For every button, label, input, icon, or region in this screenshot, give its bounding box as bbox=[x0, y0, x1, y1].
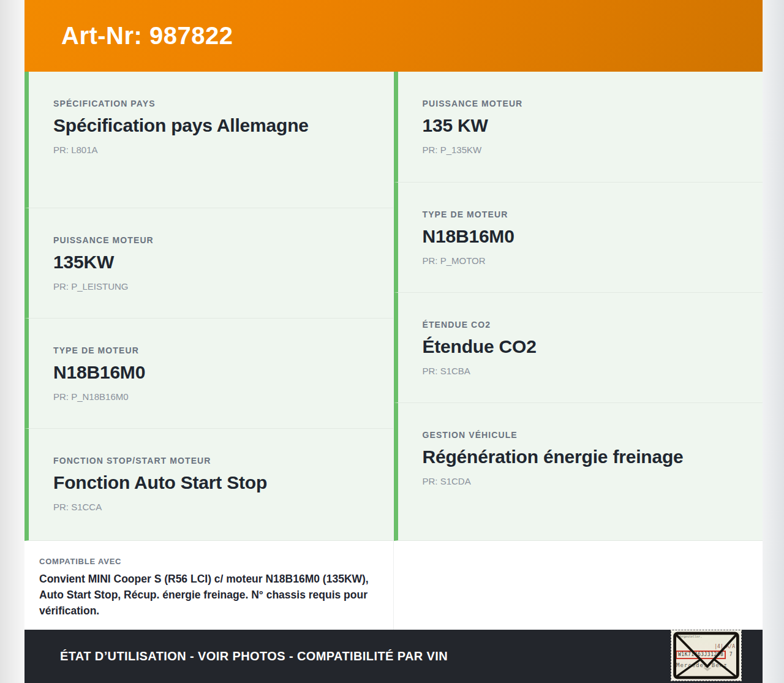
spec-card-value: N18B16M0 bbox=[423, 224, 717, 249]
spec-card-pr: PR: P_135KW bbox=[423, 145, 746, 155]
spec-card-left-2: PUISSANCE MOTEUR135KWPR: P_LEISTUNG bbox=[24, 208, 394, 319]
spec-card-label: FONCTION STOP/START MOTEUR bbox=[53, 456, 375, 466]
spec-card-pr: PR: S1CBA bbox=[423, 366, 746, 376]
spec-card-value: 135 KW bbox=[423, 113, 717, 138]
footer-bar: ÉTAT D’UTILISATION - VOIR PHOTOS - COMPA… bbox=[24, 630, 763, 683]
spec-card-left-4: FONCTION STOP/START MOTEURFonction Auto … bbox=[24, 429, 394, 541]
spec-card-pr: PR: P_N18B16M0 bbox=[53, 391, 375, 402]
listing-sheet: Art-Nr: 987822 SPÉCIFICATION PAYSSpécifi… bbox=[24, 0, 763, 683]
spec-grid: SPÉCIFICATION PAYSSpécification pays All… bbox=[24, 72, 763, 541]
compatibility-row: COMPATIBLE AVEC Convient MINI Cooper S (… bbox=[24, 541, 763, 630]
spec-card-pr: PR: L801A bbox=[53, 145, 375, 155]
article-number-title: Art-Nr: 987822 bbox=[61, 22, 233, 50]
spec-card-label: PUISSANCE MOTEUR bbox=[423, 99, 746, 108]
spec-card-pr: PR: S1CCA bbox=[53, 502, 375, 512]
spec-card-right-3: ÉTENDUE CO2Étendue CO2PR: S1CBA bbox=[394, 293, 763, 403]
spec-card-value: Étendue CO2 bbox=[423, 334, 717, 360]
spec-card-value: N18B16M0 bbox=[53, 360, 347, 385]
vin-document-image: Fahrgestellnr. |4| A/A W1K71463J31298 7 … bbox=[671, 630, 741, 681]
spec-card-value: Spécification pays Allemagne bbox=[53, 113, 347, 138]
compatibility-card: COMPATIBLE AVEC Convient MINI Cooper S (… bbox=[24, 541, 394, 630]
spec-card-label: TYPE DE MOTEUR bbox=[53, 345, 375, 355]
header-banner: Art-Nr: 987822 bbox=[24, 0, 763, 72]
spec-card-label: PUISSANCE MOTEUR bbox=[53, 235, 375, 245]
page: Art-Nr: 987822 SPÉCIFICATION PAYSSpécifi… bbox=[0, 0, 784, 683]
spec-card-value: Régénération énergie freinage bbox=[423, 444, 717, 470]
spec-card-right-4: GESTION VÉHICULERégénération énergie fre… bbox=[394, 403, 763, 541]
compatibility-label: COMPATIBLE AVEC bbox=[39, 557, 375, 566]
spec-card-value: Fonction Auto Start Stop bbox=[53, 470, 347, 496]
spec-column-left: SPÉCIFICATION PAYSSpécification pays All… bbox=[24, 72, 394, 541]
spec-card-pr: PR: P_MOTOR bbox=[423, 255, 746, 266]
spec-column-right: PUISSANCE MOTEUR135 KWPR: P_135KWTYPE DE… bbox=[394, 72, 763, 541]
spec-card-pr: PR: P_LEISTUNG bbox=[53, 281, 375, 292]
spec-card-label: ÉTENDUE CO2 bbox=[423, 320, 746, 330]
spec-card-label: SPÉCIFICATION PAYS bbox=[53, 99, 375, 108]
footer-text: ÉTAT D’UTILISATION - VOIR PHOTOS - COMPA… bbox=[60, 649, 448, 663]
spec-card-left-3: TYPE DE MOTEURN18B16M0PR: P_N18B16M0 bbox=[24, 319, 394, 429]
spec-card-left-1: SPÉCIFICATION PAYSSpécification pays All… bbox=[24, 72, 394, 208]
compatibility-text: Convient MINI Cooper S (R56 LCI) c/ mote… bbox=[39, 571, 375, 619]
spec-card-value: 135KW bbox=[53, 249, 347, 275]
spec-card-label: GESTION VÉHICULE bbox=[423, 430, 746, 440]
spec-card-right-1: PUISSANCE MOTEUR135 KWPR: P_135KW bbox=[394, 72, 763, 183]
spec-card-label: TYPE DE MOTEUR bbox=[423, 209, 746, 219]
spec-card-right-2: TYPE DE MOTEURN18B16M0PR: P_MOTOR bbox=[394, 183, 763, 293]
envelope-icon bbox=[673, 632, 740, 679]
spec-card-pr: PR: S1CDA bbox=[423, 476, 746, 486]
